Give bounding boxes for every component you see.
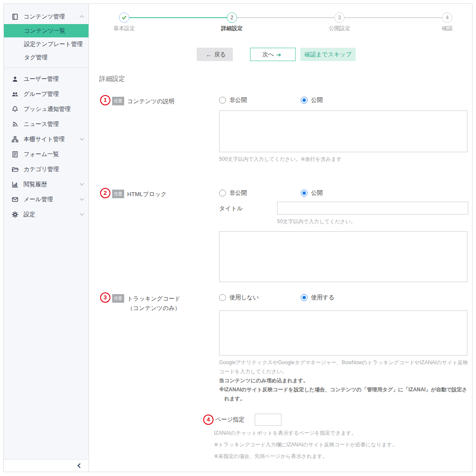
step-confirm: 4 確認	[442, 12, 452, 23]
section-number-badge: 1	[100, 95, 110, 105]
tracking-note-2: ※IZANAIのサイト反映コードを設定した場合、コンテンツの「管理用タグ」に「I…	[219, 385, 468, 403]
sidebar-item-push-notification[interactable]: プッシュ通知管理	[4, 101, 88, 117]
radio-not-use[interactable]: 使用しない	[219, 294, 301, 301]
sidebar-item-label: ユーザー管理	[24, 75, 59, 83]
arrow-right-icon: ➔	[276, 51, 281, 58]
check-icon	[121, 15, 127, 21]
bell-icon	[11, 105, 18, 113]
chevron-down-icon	[80, 212, 84, 216]
radio-circle-icon	[301, 97, 308, 104]
section-label: トラッキングコード （コンテンツのみ）	[127, 293, 180, 313]
sidebar-item-label: 設定	[24, 211, 35, 218]
users-icon	[11, 90, 18, 98]
top-action-bar: ← 戻る 次へ ➔ 確認までスキップ	[197, 48, 472, 61]
title-field-label: タイトル	[219, 202, 277, 215]
radio-circle-icon	[219, 97, 226, 104]
sidebar-item-group-management[interactable]: グループ管理	[4, 86, 88, 101]
bar-chart-icon	[11, 181, 18, 188]
tracking-note-1: 当コンテンツにのみ埋め込まれます。	[219, 376, 468, 385]
page-spec-hints: IZANAIのチャットボットを表示するページを指定できます。 ※トラッキングコー…	[214, 429, 472, 461]
wizard-stepper: 基本設定 2 詳細設定 3 公開設定 4 確認	[119, 12, 452, 32]
step-circle: 2	[227, 12, 237, 23]
user-icon	[11, 75, 18, 83]
sidebar-item-label: ニュース管理	[24, 120, 59, 128]
back-button[interactable]: ← 戻る	[197, 48, 233, 61]
section-html-block: 2 任意 HTMLブロック 非公開 公開 タイトル	[100, 188, 472, 282]
sidebar-item-settings[interactable]: 設定	[4, 207, 88, 222]
sidebar-item-label: グループ管理	[24, 90, 59, 98]
sitemap-icon	[11, 135, 18, 143]
radio-group-html-visibility: 非公開 公開	[219, 188, 468, 198]
sidebar-item-user-management[interactable]: ユーザー管理	[4, 71, 88, 86]
sidebar-item-label: 本棚サイト管理	[24, 135, 64, 143]
step-circle	[119, 12, 129, 23]
radio-circle-icon	[301, 294, 308, 301]
radio-use[interactable]: 使用する	[301, 294, 382, 301]
chevron-up-icon	[80, 15, 84, 20]
sidebar-item-content-list[interactable]: コンテンツ一覧	[4, 24, 88, 37]
sidebar-item-mail-management[interactable]: メール管理	[4, 192, 88, 207]
html-block-title-input[interactable]	[277, 202, 468, 215]
section-number-badge: 3	[100, 292, 110, 303]
optional-badge: 任意	[112, 97, 124, 105]
section-number-badge: 2	[100, 188, 110, 198]
step-detail-settings: 2 詳細設定	[227, 12, 237, 23]
sidebar-item-label: コンテンツ管理	[24, 13, 65, 21]
folder-icon	[11, 166, 18, 173]
sidebar-item-label: プッシュ通知管理	[24, 105, 70, 113]
section-content-description: 1 任意 コンテンツの説明 非公開 公開 500文字以内で入力してください。※改…	[100, 95, 472, 164]
step-circle: 3	[334, 12, 345, 23]
sidebar-item-label: メール管理	[24, 196, 53, 203]
tracking-code-textarea[interactable]	[219, 310, 467, 356]
radio-public[interactable]: 公開	[301, 189, 382, 197]
title-hint: 50文字以内で入力してください。	[277, 217, 468, 226]
section-page-spec: 4 ページ指定	[203, 414, 472, 426]
next-button[interactable]: 次へ ➔	[250, 48, 296, 61]
sidebar-item-bookshelf-site[interactable]: 本棚サイト管理	[4, 132, 88, 147]
radio-private[interactable]: 非公開	[219, 96, 301, 104]
sidebar-item-view-history[interactable]: 閲覧履歴	[4, 177, 88, 192]
skip-to-confirm-button[interactable]: 確認までスキップ	[300, 48, 356, 61]
radio-private[interactable]: 非公開	[219, 189, 301, 197]
chevron-down-icon	[80, 136, 84, 141]
app-frame: コンテンツ管理 コンテンツ一覧 設定テンプレート管理 タグ管理 ユーザー管理	[3, 3, 473, 472]
radio-group-description-visibility: 非公開 公開	[219, 95, 468, 105]
sidebar-footer	[4, 459, 88, 472]
sidebar-item-label: フォーム一覧	[24, 150, 59, 158]
sidebar-item-news-management[interactable]: ニュース管理	[4, 117, 88, 132]
description-hint: 500文字以内で入力してください。※改行を含みます	[219, 155, 468, 164]
tracking-hint: GoogleアナリティクスやGoogleタグマネージャー、BowNowのトラッキ…	[219, 358, 468, 376]
optional-badge: 任意	[112, 294, 124, 303]
content-description-textarea[interactable]	[219, 111, 467, 152]
step-publish-settings: 3 公開設定	[334, 12, 345, 23]
step-basic-settings: 基本設定	[119, 12, 129, 23]
sidebar-item-content-management[interactable]: コンテンツ管理	[4, 9, 88, 24]
form-icon	[11, 150, 18, 158]
section-number-badge: 4	[203, 415, 214, 425]
chevron-down-icon	[80, 181, 84, 186]
radio-group-tracking: 使用しない 使用する	[219, 292, 468, 303]
step-circle: 4	[442, 12, 452, 23]
section-label: コンテンツの説明	[127, 96, 174, 106]
sidebar-item-tag-management[interactable]: タグ管理	[4, 51, 88, 64]
chevron-down-icon	[80, 197, 84, 201]
rss-icon	[11, 120, 18, 128]
arrow-left-icon: ←	[206, 51, 212, 58]
sidebar-item-form-list[interactable]: フォーム一覧	[4, 147, 88, 162]
step-connector	[129, 17, 227, 18]
collapse-sidebar-icon[interactable]	[77, 463, 82, 468]
page-spec-label: ページ指定	[215, 416, 244, 424]
optional-badge: 任意	[112, 190, 124, 198]
html-block-textarea[interactable]	[219, 231, 467, 282]
step-connector	[345, 17, 442, 18]
sidebar-item-label: 閲覧履歴	[24, 181, 47, 188]
radio-circle-icon	[219, 190, 226, 197]
mail-icon	[11, 196, 18, 203]
sidebar-item-category-management[interactable]: カテゴリ管理	[4, 162, 88, 177]
sidebar-item-template-management[interactable]: 設定テンプレート管理	[4, 37, 88, 51]
radio-public[interactable]: 公開	[301, 96, 382, 104]
radio-circle-icon	[301, 190, 308, 197]
sidebar-item-label: カテゴリ管理	[24, 166, 59, 173]
page-spec-input[interactable]	[255, 414, 281, 426]
main-content: 基本設定 2 詳細設定 3 公開設定 4 確認 ← 戻る	[89, 4, 472, 472]
